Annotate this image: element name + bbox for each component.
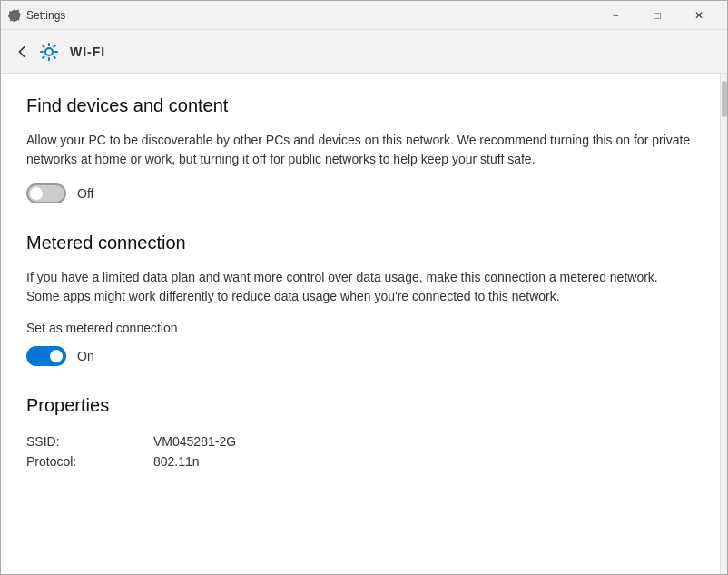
- window-controls: − □ ✕: [595, 1, 720, 30]
- property-value-protocol: 802.11n: [153, 454, 200, 469]
- back-button[interactable]: [15, 45, 28, 58]
- find-devices-desc: Allow your PC to be discoverable by othe…: [26, 131, 694, 169]
- content-area: Find devices and content Allow your PC t…: [1, 74, 727, 574]
- find-devices-toggle-row: Off: [26, 183, 694, 203]
- find-devices-toggle-label: Off: [77, 186, 93, 201]
- metered-connection-toggle-thumb: [50, 350, 63, 362]
- scrollbar[interactable]: [720, 74, 727, 574]
- metered-connection-toggle-label: On: [77, 349, 94, 363]
- page-title: WI-FI: [70, 45, 105, 59]
- find-devices-title: Find devices and content: [26, 95, 694, 116]
- properties-title: Properties: [26, 395, 694, 416]
- settings-icon-small: [8, 9, 21, 22]
- back-icon: [15, 45, 28, 58]
- settings-window: Settings − □ ✕ WI-FI Find devices and co…: [0, 0, 728, 575]
- property-key-protocol: Protocol:: [26, 454, 153, 469]
- minimize-button[interactable]: −: [595, 1, 636, 30]
- metered-connection-toggle[interactable]: [26, 346, 66, 366]
- property-row-ssid: SSID: VM045281-2G: [26, 434, 694, 449]
- window-title: Settings: [26, 9, 595, 22]
- metered-connection-sub-label: Set as metered connection: [26, 321, 694, 335]
- header-bar: WI-FI: [1, 30, 727, 74]
- find-devices-toggle-thumb: [30, 187, 43, 200]
- wifi-gear-icon: [39, 42, 59, 62]
- metered-connection-toggle-row: On: [26, 346, 694, 366]
- property-value-ssid: VM045281-2G: [153, 434, 236, 449]
- close-button[interactable]: ✕: [678, 1, 720, 30]
- property-key-ssid: SSID:: [26, 434, 153, 449]
- property-row-protocol: Protocol: 802.11n: [26, 454, 694, 469]
- metered-connection-desc: If you have a limited data plan and want…: [26, 268, 694, 306]
- main-scroll[interactable]: Find devices and content Allow your PC t…: [1, 74, 720, 574]
- maximize-button[interactable]: □: [636, 1, 678, 30]
- find-devices-toggle[interactable]: [26, 183, 66, 203]
- scrollbar-thumb: [722, 81, 727, 117]
- titlebar: Settings − □ ✕: [1, 1, 727, 30]
- metered-connection-title: Metered connection: [26, 233, 694, 253]
- svg-point-0: [45, 48, 53, 55]
